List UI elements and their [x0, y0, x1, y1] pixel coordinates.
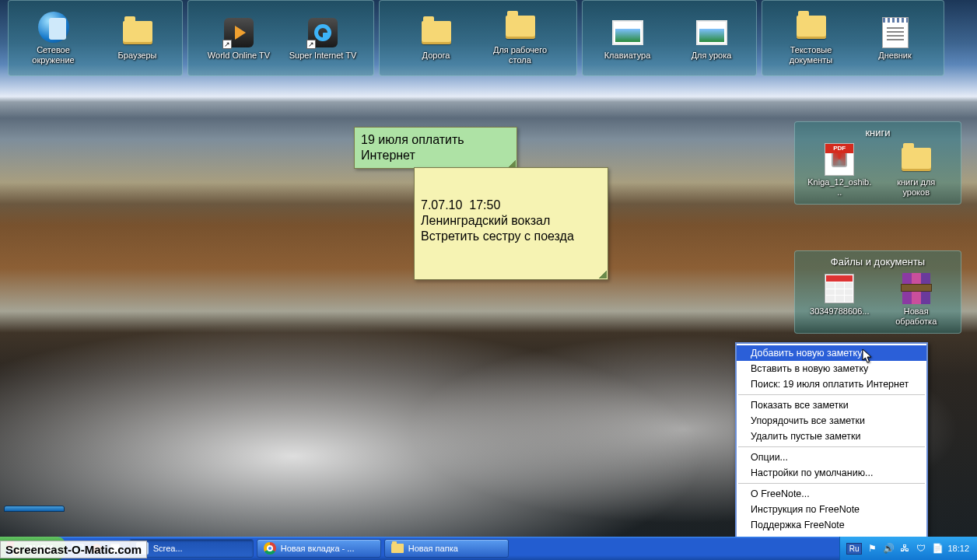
- task-label: Новая папка: [408, 544, 458, 553]
- icon-label: Клавиатура: [604, 51, 651, 61]
- taskbar-button-folder[interactable]: Новая папка: [384, 539, 509, 558]
- tray-shield-icon[interactable]: 🛡: [915, 542, 927, 555]
- folder-icon: [900, 143, 933, 176]
- menu-item[interactable]: Вставить в новую заметку: [737, 361, 926, 376]
- fence-books-title: книги: [801, 127, 954, 138]
- icon-label: Kniga_12_oshib...: [807, 177, 872, 198]
- menu-item[interactable]: Поиск: 19 июля оплатить Интернет: [737, 376, 926, 392]
- menu-item[interactable]: Поддержка FreeNote: [737, 517, 926, 533]
- folder-icon: [795, 11, 828, 44]
- watermark: Screencast-O-Matic.com: [0, 541, 147, 558]
- cal-icon: [823, 272, 856, 305]
- icon-label: Текстовые документы: [776, 45, 846, 65]
- menu-item[interactable]: Добавить новую заметку: [737, 345, 926, 361]
- globe-icon: [37, 11, 70, 44]
- qt-icon: ↗: [306, 16, 339, 49]
- taskbar-button-chrome[interactable]: Новая вкладка - ...: [257, 539, 381, 558]
- menu-separator: [738, 394, 925, 395]
- task-label: Новая вкладка - ...: [281, 544, 355, 553]
- fence-group-3: ДорогаДля рабочего стола: [379, 0, 577, 76]
- desktop-icon-zip[interactable]: Новая обработка: [884, 272, 949, 327]
- sticky-note-yellow[interactable]: 7.07.10 17:50 Ленинградский вокзал Встре…: [414, 167, 608, 280]
- tray-volume-icon[interactable]: 🔊: [882, 542, 895, 555]
- desktop-icon-road[interactable]: Дорога: [401, 16, 471, 61]
- icon-label: Дорога: [422, 51, 450, 61]
- resize-grip-icon[interactable]: [599, 271, 607, 278]
- icon-label: Для урока: [692, 51, 732, 61]
- pic-icon: [611, 16, 644, 49]
- icon-label: Браузеры: [118, 51, 157, 61]
- folder-icon: [504, 11, 537, 44]
- minimized-window-preview[interactable]: [4, 506, 65, 512]
- icon-label: книги для уроков: [884, 177, 949, 198]
- tray-network-icon[interactable]: 🖧: [898, 542, 911, 555]
- icon-label: Для рабочего стола: [485, 45, 555, 65]
- top-icon-strip: Сетевое окружениеБраузеры ↗World Online …: [8, 0, 969, 76]
- clock[interactable]: 18:12: [947, 544, 969, 553]
- desktop-icon-pdf[interactable]: PDFKniga_12_oshib...: [807, 143, 872, 198]
- fence-group-1: Сетевое окружениеБраузеры: [8, 0, 183, 76]
- menu-item[interactable]: Опции...: [737, 450, 926, 465]
- icon-label: 30349788606...: [810, 306, 869, 317]
- folder-icon: [391, 544, 404, 553]
- desktop-icon-wotv[interactable]: ↗World Online TV: [204, 16, 274, 61]
- desktop-icon-bk[interactable]: книги для уроков: [884, 143, 949, 198]
- folder-icon: [121, 16, 154, 49]
- pic-icon: [695, 16, 728, 49]
- icon-label: Сетевое окружение: [19, 45, 89, 65]
- fence-group-5: Текстовые документыДневник: [762, 0, 944, 76]
- menu-item[interactable]: Удалить пустые заметки: [737, 429, 926, 444]
- desktop-icon-textdocs[interactable]: Текстовые документы: [776, 11, 846, 65]
- notes-icon: [879, 16, 912, 49]
- icon-label: World Online TV: [208, 51, 270, 61]
- tray-note-icon[interactable]: 📄: [931, 542, 944, 555]
- desktop-icon-diary[interactable]: Дневник: [860, 16, 930, 61]
- sticky-note-green-text[interactable]: 19 июля оплатить Интернет: [355, 128, 517, 168]
- language-indicator[interactable]: Ru: [846, 543, 863, 555]
- system-tray: Ru ⚑ 🔊 🖧 🛡 📄 18:12: [839, 537, 977, 560]
- fence-group-2: ↗World Online TV↗Super Internet TV: [187, 0, 374, 76]
- icon-label: Новая обработка: [884, 306, 949, 327]
- desktop-icon-desk[interactable]: Для рабочего стола: [485, 11, 555, 65]
- desktop-icon-sitv[interactable]: ↗Super Internet TV: [288, 16, 358, 61]
- zip-icon: [900, 272, 933, 305]
- task-label: Screa...: [153, 544, 183, 553]
- desktop-icon-browsers[interactable]: Браузеры: [103, 16, 173, 61]
- menu-item[interactable]: Упорядочить все заметки: [737, 413, 926, 429]
- menu-item[interactable]: Показать все заметки: [737, 397, 926, 413]
- menu-separator: [738, 483, 925, 484]
- desktop-icon-lesson[interactable]: Для урока: [677, 16, 747, 61]
- desktop[interactable]: Сетевое окружениеБраузеры ↗World Online …: [0, 0, 977, 537]
- fence-books: книги PDFKniga_12_oshib...книги для урок…: [794, 121, 961, 205]
- taskbar-button-screa[interactable]: Screa...: [129, 539, 254, 558]
- fence-files-title: Файлы и документы: [801, 256, 954, 268]
- folder-icon: [420, 16, 453, 49]
- chrome-icon: [264, 542, 276, 555]
- menu-separator: [738, 446, 925, 447]
- pdf-icon: PDF: [823, 143, 856, 176]
- wmp-icon: ↗: [222, 16, 255, 49]
- icon-label: Дневник: [878, 51, 912, 61]
- menu-item[interactable]: Настройки по умолчанию...: [737, 465, 926, 481]
- desktop-icon-cal[interactable]: 30349788606...: [807, 272, 872, 327]
- sticky-note-green[interactable]: 19 июля оплатить Интернет: [354, 127, 517, 169]
- fence-group-4: КлавиатураДля урока: [582, 0, 757, 76]
- icon-label: Super Internet TV: [289, 51, 357, 61]
- menu-item[interactable]: Инструкция по FreeNote: [737, 502, 926, 517]
- resize-grip-icon[interactable]: [508, 159, 516, 167]
- menu-item[interactable]: О FreeNote...: [737, 486, 926, 502]
- context-menu: Добавить новую заметкуВставить в новую з…: [735, 342, 928, 551]
- tray-icon[interactable]: ⚑: [866, 542, 878, 555]
- desktop-icon-net[interactable]: Сетевое окружение: [19, 11, 89, 65]
- fence-files: Файлы и документы 30349788606...Новая об…: [794, 250, 961, 334]
- sticky-note-yellow-text[interactable]: 7.07.10 17:50 Ленинградский вокзал Встре…: [415, 168, 608, 249]
- desktop-icon-keyb[interactable]: Клавиатура: [593, 16, 663, 61]
